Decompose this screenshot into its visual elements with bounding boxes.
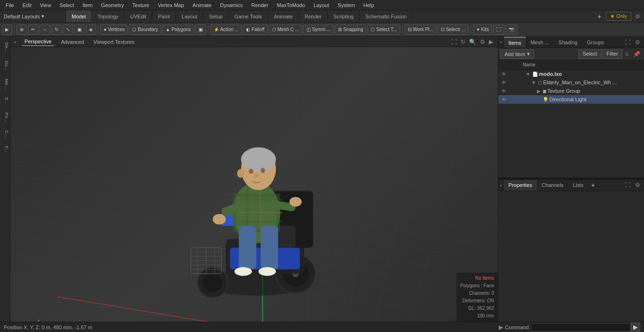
camera-button[interactable]: 📷 [505,24,518,35]
menu-layout[interactable]: Layout [310,1,333,9]
expand-arrow-elderly[interactable]: ▼ [531,80,536,85]
vertices-button[interactable]: ● Vertices [100,24,128,35]
sidebar-tab-e[interactable]: E... [0,94,10,109]
tab-animate[interactable]: Animate [268,10,299,22]
mirror-button[interactable]: ▣ [74,24,85,35]
tab-setup[interactable]: Setup [203,10,229,22]
select-button[interactable]: Select [578,49,602,59]
menu-geometry[interactable]: Geometry [97,1,127,9]
pin-icon[interactable]: 📌 [631,50,642,58]
sidebar-tab-du[interactable]: Du... [0,57,10,75]
viewport-canvas[interactable]: X Y Z [10,47,498,322]
tab-scripting[interactable]: Scripting [328,10,360,22]
menu-edit[interactable]: Edit [19,1,35,9]
fullscreen-button[interactable]: ⛶ [493,24,504,35]
menu-render[interactable]: Render [248,1,272,9]
meshc-button[interactable]: ⬡ Mesh C ... [269,24,302,35]
search-icon[interactable]: 🔍 [468,38,477,46]
falloff-button[interactable]: ◐ Falloff [243,24,268,35]
settings-right-icon[interactable]: ⚙ [633,38,642,47]
sidebar-tab-de[interactable]: De... [0,39,10,57]
sidebar-tab-f[interactable]: F... [0,142,10,156]
selectt-button[interactable]: ⬡ Select T... [367,24,400,35]
menu-view[interactable]: View [36,1,55,9]
menu-select[interactable]: Select [56,1,78,9]
sidebar-tab-me[interactable]: Me... [0,75,10,93]
command-go-button[interactable]: ▶ [631,323,640,332]
menu-item[interactable]: Item [79,1,96,9]
move-button[interactable]: ↔ [39,24,50,35]
settings-props-icon[interactable]: ⚙ [633,181,642,189]
command-input[interactable] [531,323,631,332]
viewport-tab-perspective[interactable]: Perspective [22,38,54,46]
selecti-button[interactable]: ⊡ Selecti ... [438,24,469,35]
prop-tab-properties[interactable]: Properties [504,180,537,191]
expand-props-icon[interactable]: ⛶ [623,181,632,189]
menu-texture[interactable]: Texture [129,1,153,9]
snapping-button[interactable]: ⊞ Snapping [335,24,366,35]
expand-right-icon[interactable]: ⛶ [623,38,632,47]
layout-selector[interactable]: Default Layouts ▾ [0,10,66,22]
filter-button[interactable]: Filter [603,49,622,59]
refresh-icon[interactable]: ↻ [460,38,466,46]
action-button[interactable]: ⚡ Action ... [210,24,242,35]
item-row-elderly[interactable]: 👁 ▼ ⬡ Elderly_Man_on_Electric_Wh ... [498,78,644,87]
item-row-light[interactable]: 👁 ▶ 💡 Directional Light [498,95,644,104]
tab-uvedit[interactable]: UVEdit [124,10,152,22]
tab-topology[interactable]: Topology [92,10,124,22]
panel-tab-items[interactable]: Items [504,37,526,48]
menu-system[interactable]: System [334,1,359,9]
viewport-tab-advanced[interactable]: Advanced [58,38,87,46]
menu-dynamics[interactable]: Dynamics [216,1,247,9]
eye-icon-modo[interactable]: 👁 [500,70,508,78]
sidebar-tab-po[interactable]: Po... [0,109,10,126]
add-prop-tab-button[interactable]: + [588,181,598,189]
panel-tab-mesh[interactable]: Mesh ... [526,37,553,48]
kits-button[interactable]: ✦ Kits [473,24,492,35]
expand-arrow-texture[interactable]: ▶ [537,89,541,94]
viewport-tab-textures[interactable]: Viewport Textures [91,38,137,46]
scale-button[interactable]: ⤡ [63,24,73,35]
tab-model[interactable]: Model [66,10,92,22]
layout-selector-arrow: ▾ [41,13,44,19]
tab-paint[interactable]: Paint [152,10,176,22]
select-mode-button[interactable]: ▶ [2,24,12,35]
panel-tab-shading[interactable]: Shading [554,37,582,48]
tab-layout[interactable]: Layout [176,10,203,22]
prop-tab-channels[interactable]: Channels [537,180,568,191]
menu-vertex-map[interactable]: Vertex Map [154,1,188,9]
expand-arrow-modo[interactable]: ▼ [526,72,530,77]
workpl-button[interactable]: ⊟ Work Pl... [405,24,437,35]
panel-tab-groups[interactable]: Groups [582,37,609,48]
maximize-icon[interactable]: ⛶ [450,38,458,46]
rotate-button[interactable]: ↻ [51,24,62,35]
pen-button[interactable]: ✏ [28,24,38,35]
list-settings-icon[interactable]: ≡ [623,50,630,58]
transform-button[interactable]: ⊕ [17,24,27,35]
eye-icon-light[interactable]: 👁 [500,96,508,103]
settings-icon[interactable]: ⚙ [633,12,642,21]
star-only-button[interactable]: ★ Only [606,12,631,21]
menu-animate[interactable]: Animate [189,1,215,9]
menu-maxtomodo[interactable]: MaxToModo [273,1,309,9]
boundary-button[interactable]: ⬡ Boundary [129,24,161,35]
settings-vp-icon[interactable]: ⚙ [479,38,486,46]
snap-button[interactable]: ◈ [86,24,96,35]
eye-icon-elderly[interactable]: 👁 [500,79,508,86]
item-row-modo-lxo[interactable]: 👁 ▼ 📄 modo.lxo [498,70,644,78]
menu-help[interactable]: Help [360,1,378,9]
mode4-button[interactable]: ▣ [195,24,206,35]
eye-icon-texture[interactable]: 👁 [500,87,508,95]
polygons-button[interactable]: ▲ Polygons [162,24,194,35]
tab-gametools[interactable]: Game Tools [229,10,268,22]
add-item-button[interactable]: Add Item ▾ [500,49,534,59]
prop-tab-lists[interactable]: Lists [568,180,588,191]
tab-render[interactable]: Render [299,10,328,22]
add-layout-button[interactable]: + [594,13,604,20]
item-row-texture[interactable]: 👁 ▶ ◼ Texture Group [498,87,644,95]
menu-file[interactable]: File [2,1,18,9]
expand-icon[interactable]: ▶ [488,38,494,46]
tab-schematic-fusion[interactable]: Schematic Fusion [360,10,413,22]
sidebar-tab-c[interactable]: C... [0,127,10,142]
symm-button[interactable]: ◫ Symm ... [303,24,334,35]
